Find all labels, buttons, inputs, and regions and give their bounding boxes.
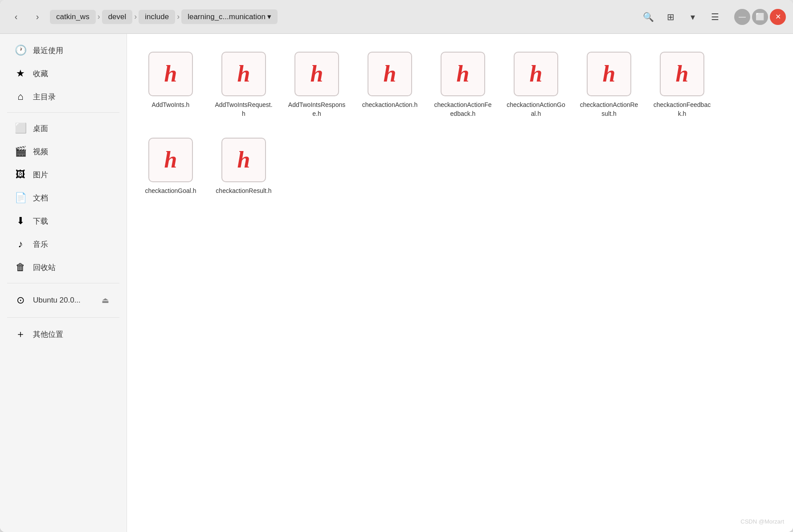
home-icon: ⌂ [14, 91, 27, 102]
file-item-f8[interactable]: hcheckactionFeedback.h [649, 45, 715, 123]
sidebar-home-label: 主目录 [33, 92, 56, 102]
file-item-f7[interactable]: hcheckactionActionResult.h [576, 45, 642, 123]
sidebar-item-desktop[interactable]: ⬜ 桌面 [4, 117, 123, 139]
breadcrumb-sep-1: › [97, 12, 101, 21]
eject-button[interactable]: ⏏ [98, 293, 112, 307]
back-button[interactable]: ‹ [7, 8, 25, 26]
sidebar-item-video[interactable]: 🎬 视频 [4, 140, 123, 163]
file-icon-wrapper: h [660, 52, 704, 96]
breadcrumb-learning-label: learning_c...munication [188, 12, 266, 21]
sidebar-favorites-label: 收藏 [33, 69, 48, 79]
file-icon-wrapper: h [368, 52, 412, 96]
file-item-f6[interactable]: hcheckactionActionGoal.h [503, 45, 569, 123]
sidebar-video-label: 视频 [33, 147, 48, 157]
picture-icon: 🖼 [14, 169, 27, 180]
h-file-icon: h [676, 62, 689, 86]
file-item-f3[interactable]: hAddTwoIntsResponse.h [284, 45, 350, 123]
maximize-button[interactable]: ⬜ [752, 9, 768, 25]
window-controls: — ⬜ ✕ [734, 9, 786, 25]
sidebar-divider-3 [7, 317, 119, 318]
sidebar-item-home[interactable]: ⌂ 主目录 [4, 86, 123, 108]
sidebar-ubuntu-label: Ubuntu 20.0... [33, 296, 81, 305]
sidebar-item-trash[interactable]: 🗑 回收站 [4, 256, 123, 278]
file-icon-wrapper: h [514, 52, 558, 96]
breadcrumb-sep-3: › [176, 12, 180, 21]
file-name-label: AddTwoIntsResponse.h [287, 101, 346, 118]
sidebar-item-other[interactable]: ＋ 其他位置 [4, 322, 123, 346]
file-icon-wrapper: h [294, 52, 339, 96]
h-file-icon: h [603, 62, 616, 86]
titlebar-actions: 🔍 ⊞ ▾ ☰ [638, 7, 725, 27]
minimize-button[interactable]: — [734, 9, 750, 25]
main-window: ‹ › catkin_ws › devel › include › learni… [0, 0, 793, 532]
file-item-f4[interactable]: hcheckactionAction.h [357, 45, 423, 123]
sidebar-item-download[interactable]: ⬇ 下载 [4, 210, 123, 232]
star-icon: ★ [14, 68, 27, 79]
ubuntu-icon: ⊙ [14, 295, 27, 306]
titlebar: ‹ › catkin_ws › devel › include › learni… [0, 0, 793, 34]
sidebar-document-label: 文档 [33, 193, 48, 203]
breadcrumb-catkin-ws[interactable]: catkin_ws [50, 10, 96, 24]
breadcrumb-include[interactable]: include [139, 10, 175, 24]
search-button[interactable]: 🔍 [638, 7, 658, 27]
breadcrumb-devel[interactable]: devel [102, 10, 133, 24]
sidebar-divider-1 [7, 112, 119, 113]
file-item-f5[interactable]: hcheckactionActionFeedback.h [430, 45, 496, 123]
file-name-label: AddTwoInts.h [152, 101, 190, 110]
file-icon-wrapper: h [221, 52, 266, 96]
file-name-label: checkactionActionGoal.h [507, 101, 565, 118]
watermark: CSDN @Morzart [740, 518, 784, 525]
sidebar-desktop-label: 桌面 [33, 123, 48, 134]
file-name-label: checkactionAction.h [362, 101, 418, 110]
file-item-f2[interactable]: hAddTwoIntsRequest.h [211, 45, 277, 123]
sidebar-item-favorites[interactable]: ★ 收藏 [4, 62, 123, 85]
file-icon-wrapper: h [441, 52, 485, 96]
file-item-f1[interactable]: hAddTwoInts.h [138, 45, 204, 123]
chevron-down-icon: ▾ [267, 12, 271, 21]
file-name-label: checkactionResult.h [216, 187, 271, 196]
file-name-label: checkactionGoal.h [145, 187, 196, 196]
h-file-icon: h [311, 62, 323, 86]
breadcrumb-sep-2: › [133, 12, 138, 21]
file-name-label: checkactionActionFeedback.h [433, 101, 492, 118]
file-grid: hAddTwoInts.hhAddTwoIntsRequest.hhAddTwo… [138, 45, 782, 201]
breadcrumb-learning[interactable]: learning_c...munication ▾ [181, 9, 278, 24]
desktop-icon: ⬜ [14, 123, 27, 134]
trash-icon: 🗑 [14, 262, 27, 273]
document-icon: 📄 [14, 192, 27, 204]
file-name-label: checkactionActionResult.h [580, 101, 638, 118]
file-icon-wrapper: h [587, 52, 631, 96]
sidebar-item-music[interactable]: ♪ 音乐 [4, 233, 123, 255]
view-more-button[interactable]: ▾ [683, 7, 703, 27]
file-item-f10[interactable]: hcheckactionResult.h [211, 131, 277, 201]
file-item-f9[interactable]: hcheckactionGoal.h [138, 131, 204, 201]
clock-icon: 🕐 [14, 45, 27, 56]
view-toggle-button[interactable]: ⊞ [660, 7, 681, 27]
sidebar-item-recent[interactable]: 🕐 最近使用 [4, 39, 123, 61]
file-area: hAddTwoInts.hhAddTwoIntsRequest.hhAddTwo… [127, 34, 793, 532]
sidebar-music-label: 音乐 [33, 239, 48, 250]
h-file-icon: h [384, 62, 396, 86]
main-content: 🕐 最近使用 ★ 收藏 ⌂ 主目录 ⬜ 桌面 🎬 视频 🖼 [0, 34, 793, 532]
h-file-icon: h [237, 148, 250, 172]
sidebar-item-ubuntu[interactable]: ⊙ Ubuntu 20.0... ⏏ [4, 288, 123, 313]
close-button[interactable]: ✕ [770, 9, 786, 25]
sidebar-download-label: 下载 [33, 216, 48, 226]
sidebar-other-label: 其他位置 [33, 329, 63, 340]
sidebar-item-document[interactable]: 📄 文档 [4, 187, 123, 209]
sidebar-item-picture[interactable]: 🖼 图片 [4, 164, 123, 186]
download-icon: ⬇ [14, 215, 27, 227]
menu-button[interactable]: ☰ [705, 7, 725, 27]
h-file-icon: h [164, 148, 177, 172]
file-icon-wrapper: h [148, 138, 193, 182]
h-file-icon: h [164, 62, 177, 86]
video-icon: 🎬 [14, 146, 27, 157]
plus-icon: ＋ [14, 327, 27, 341]
file-icon-wrapper: h [221, 138, 266, 182]
h-file-icon: h [530, 62, 543, 86]
breadcrumb: catkin_ws › devel › include › learning_c… [50, 9, 634, 24]
sidebar-picture-label: 图片 [33, 170, 48, 180]
music-icon: ♪ [14, 238, 27, 250]
h-file-icon: h [457, 62, 470, 86]
forward-button[interactable]: › [29, 8, 46, 26]
